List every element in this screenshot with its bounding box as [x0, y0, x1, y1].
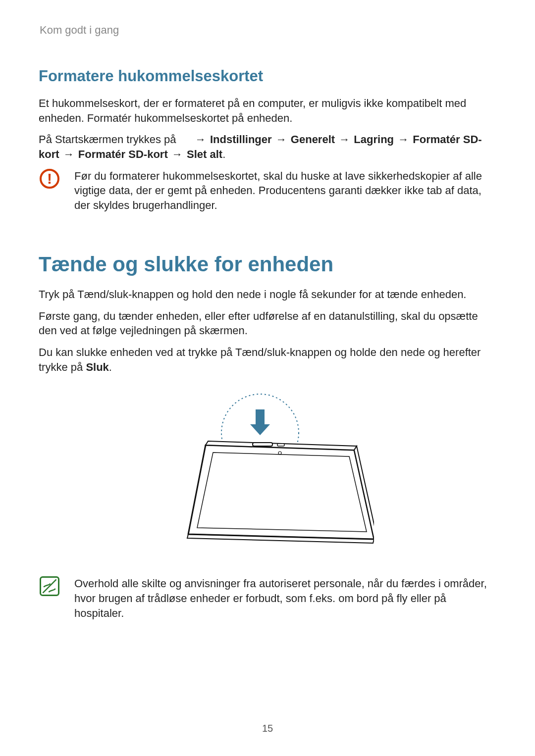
tablet-illustration: [39, 388, 496, 552]
warning-text: Før du formaterer hukommelseskortet, ska…: [74, 169, 496, 213]
svg-rect-1: [256, 409, 265, 424]
paragraph-format-path: På Startskærmen trykkes på → Indstilling…: [39, 132, 496, 161]
svg-rect-4: [277, 444, 284, 446]
section-heading-format: Formatere hukommelseskortet: [39, 67, 496, 85]
paragraph-format-1: Et hukommelseskort, der er formateret på…: [39, 96, 496, 125]
note-text: Overhold alle skilte og anvisninger fra …: [74, 576, 496, 620]
warning-callout: ! Før du formaterer hukommelseskortet, s…: [39, 169, 496, 213]
page-number: 15: [0, 723, 535, 734]
svg-rect-3: [253, 443, 272, 446]
svg-marker-2: [250, 424, 270, 435]
warning-icon: !: [40, 169, 59, 189]
note-icon: [40, 576, 59, 596]
main-heading-power: Tænde og slukke for enheden: [39, 252, 496, 276]
paragraph-power-3: Du kan slukke enheden ved at trykke på T…: [39, 345, 496, 374]
breadcrumb: Kom godt i gang: [40, 24, 496, 37]
paragraph-power-2: Første gang, du tænder enheden, eller ef…: [39, 309, 496, 338]
paragraph-power-1: Tryk på Tænd/sluk-knappen og hold den ne…: [39, 287, 496, 302]
note-callout: Overhold alle skilte og anvisninger fra …: [39, 576, 496, 620]
